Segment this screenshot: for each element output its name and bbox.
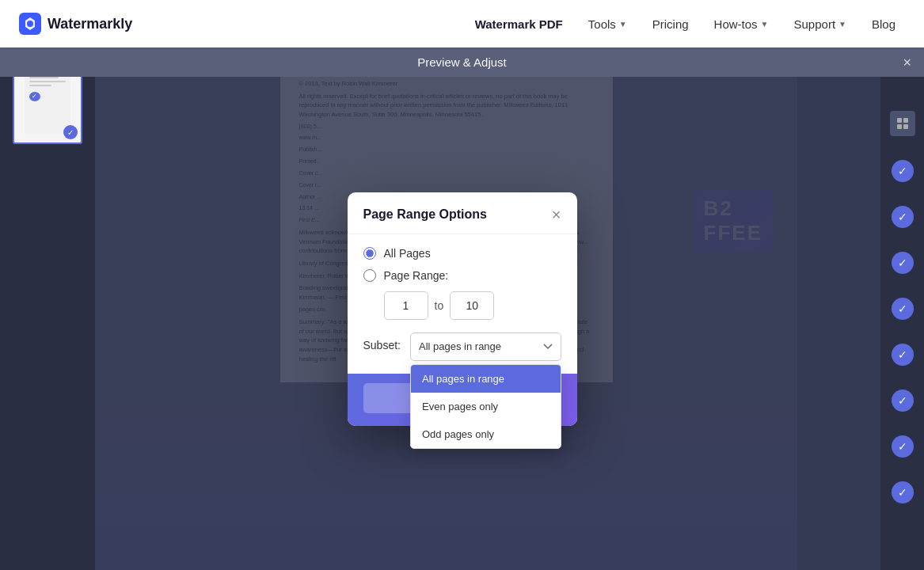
dialog-close-button[interactable]: ×: [552, 207, 561, 222]
check-sidebar: ✓ ✓ ✓ ✓ ✓ ✓ ✓ ✓: [880, 48, 924, 570]
nav-blog[interactable]: Blog: [862, 11, 905, 37]
thumbnail-sidebar: ✓ ✓: [0, 48, 95, 570]
check-circle-8[interactable]: ✓: [892, 481, 914, 504]
subset-row: Subset: All pages in range Even pages on…: [363, 332, 561, 361]
svg-rect-3: [903, 118, 908, 123]
thumb-check-icon: ✓: [63, 125, 78, 139]
preview-title: Preview & Adjust: [417, 55, 507, 69]
subset-dropdown-wrapper: All pages in range Even pages only Odd p…: [410, 332, 561, 361]
check-circle-6[interactable]: ✓: [892, 390, 914, 412]
dropdown-item-all[interactable]: All pages in range: [411, 365, 561, 393]
check-circle-4[interactable]: ✓: [892, 298, 914, 320]
grid-icon[interactable]: [890, 111, 915, 136]
support-chevron-icon: ▼: [838, 20, 846, 28]
main-content: Preview & Adjust × ✓ ✓: [0, 48, 924, 570]
check-circle-5[interactable]: ✓: [892, 344, 914, 366]
nav-watermark-pdf[interactable]: Watermark PDF: [466, 11, 572, 37]
nav-pricing[interactable]: Pricing: [643, 11, 698, 37]
logo[interactable]: Watermarkly: [19, 13, 132, 35]
dropdown-item-odd[interactable]: Odd pages only: [411, 420, 561, 448]
range-to-label: to: [435, 299, 444, 312]
check-circle-7[interactable]: ✓: [892, 435, 914, 458]
preview-header: Preview & Adjust ×: [0, 48, 924, 77]
check-circle-1[interactable]: ✓: [892, 160, 914, 182]
navbar: Watermarkly Watermark PDF Tools ▼ Pricin…: [0, 0, 924, 48]
nav-support[interactable]: Support ▼: [785, 11, 856, 37]
range-from-input[interactable]: [384, 291, 428, 320]
dropdown-item-even[interactable]: Even pages only: [411, 393, 561, 420]
page-range-dialog: Page Range Options × All Pages Page Rang…: [348, 192, 577, 426]
howtos-chevron-icon: ▼: [761, 20, 769, 28]
subset-dropdown-menu: All pages in range Even pages only Odd p…: [410, 364, 561, 449]
dialog-header: Page Range Options ×: [348, 192, 577, 234]
logo-icon: [19, 13, 41, 35]
page-range-option[interactable]: Page Range:: [363, 269, 561, 282]
all-pages-radio[interactable]: [363, 247, 376, 260]
all-pages-option[interactable]: All Pages: [363, 247, 561, 260]
page-range-label: Page Range:: [384, 269, 449, 282]
check-circle-2[interactable]: ✓: [892, 206, 914, 228]
range-inputs-row: to: [384, 291, 561, 320]
subset-select[interactable]: All pages in range Even pages only Odd p…: [410, 332, 561, 361]
all-pages-label: All Pages: [384, 247, 431, 260]
dialog-body: All Pages Page Range: to Subset:: [348, 234, 577, 374]
svg-point-1: [27, 21, 33, 27]
svg-rect-2: [897, 118, 902, 123]
dialog-title: Page Range Options: [363, 207, 487, 222]
logo-text: Watermarkly: [48, 16, 132, 32]
svg-rect-5: [903, 124, 908, 129]
nav-tools[interactable]: Tools ▼: [579, 11, 637, 37]
range-to-input[interactable]: [450, 291, 494, 320]
subset-label: Subset:: [363, 332, 401, 352]
nav-howtos[interactable]: How-tos ▼: [705, 11, 778, 37]
preview-close-button[interactable]: ×: [903, 54, 911, 70]
check-circle-3[interactable]: ✓: [892, 252, 914, 274]
navbar-links: Watermark PDF Tools ▼ Pricing How-tos ▼ …: [466, 11, 905, 37]
tools-chevron-icon: ▼: [619, 20, 627, 28]
svg-rect-4: [897, 124, 902, 129]
page-range-radio[interactable]: [363, 269, 376, 282]
